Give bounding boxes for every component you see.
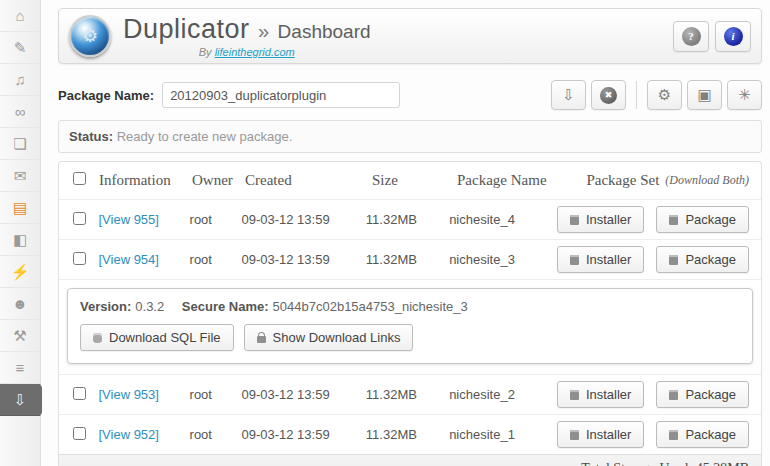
- installer-button[interactable]: Installer: [557, 381, 645, 408]
- view-link[interactable]: [View 955]: [98, 212, 158, 227]
- lock-icon: [257, 336, 266, 343]
- sidebar-item-dashboard[interactable]: ⌂: [0, 0, 40, 32]
- col-owner: Owner: [192, 172, 245, 189]
- package-name-cell: nichesite_1: [449, 427, 557, 442]
- table-row: [View 952] root 09-03-12 13:59 11.32MB n…: [59, 414, 761, 454]
- cancel-icon: ✖: [600, 87, 617, 104]
- installer-label: Installer: [586, 212, 632, 227]
- owner-cell: root: [190, 387, 242, 402]
- table-header-row: Information Owner Created Size Package N…: [59, 162, 761, 199]
- package-name-input[interactable]: [162, 82, 400, 108]
- package-label: Package: [685, 252, 736, 267]
- version-value: 0.3.2: [135, 299, 164, 314]
- sidebar-item-plugins[interactable]: ⚡: [0, 256, 40, 288]
- sidebar-item-media[interactable]: ♫: [0, 64, 40, 96]
- sidebar-item-appearance[interactable]: ▤: [0, 192, 40, 224]
- installer-button[interactable]: Installer: [557, 421, 645, 448]
- row-checkbox[interactable]: [73, 212, 86, 225]
- status-bar: Status: Ready to create new package.: [58, 120, 762, 153]
- row-checkbox[interactable]: [73, 387, 86, 400]
- created-cell: 09-03-12 13:59: [241, 427, 365, 442]
- view-link[interactable]: [View 953]: [98, 387, 158, 402]
- sidebar-item-comments[interactable]: ✉: [0, 160, 40, 192]
- size-cell: 11.32MB: [366, 427, 449, 442]
- view-link[interactable]: [View 952]: [98, 427, 158, 442]
- package-name-cell: nichesite_3: [449, 252, 557, 267]
- cancel-button[interactable]: ✖: [591, 80, 626, 110]
- settings-button[interactable]: ⚙: [647, 80, 682, 110]
- col-package-name: Package Name: [457, 172, 567, 189]
- col-size: Size: [372, 172, 457, 189]
- status-text: Ready to create new package.: [117, 129, 293, 144]
- plugin-name: Duplicator: [123, 14, 250, 44]
- plugin-header: ⚙ Duplicator » Dashboard By lifeinthegri…: [58, 8, 762, 64]
- sidebar-item-tools[interactable]: ⚒: [0, 320, 40, 352]
- lifeinthegrid-link[interactable]: lifeinthegrid.com: [215, 46, 295, 58]
- package-button[interactable]: Package: [656, 246, 749, 273]
- screen-icon: ◧: [13, 232, 27, 247]
- sidebar-item-duplicator-active[interactable]: ⇩: [0, 384, 40, 416]
- package-button[interactable]: Package: [656, 381, 749, 408]
- installer-label: Installer: [586, 387, 632, 402]
- package-icon: [669, 215, 678, 225]
- package-label: Package: [685, 387, 736, 402]
- support-button[interactable]: ✳: [727, 80, 762, 110]
- show-download-links-button[interactable]: Show Download Links: [244, 324, 414, 351]
- installer-icon: [570, 390, 579, 400]
- about-button[interactable]: i: [715, 21, 751, 52]
- package-detail-panel: Version:0.3.2 Secure Name:5044b7c02b15a4…: [67, 288, 753, 364]
- package-name-cell: nichesite_2: [449, 387, 557, 402]
- created-cell: 09-03-12 13:59: [241, 212, 365, 227]
- help-button[interactable]: ?: [673, 21, 709, 52]
- toolbar-divider: [636, 81, 637, 109]
- view-link[interactable]: [View 954]: [98, 252, 158, 267]
- create-package-button[interactable]: ⇩: [551, 80, 586, 110]
- title-block: Duplicator » Dashboard By lifeinthegrid.…: [123, 14, 371, 58]
- package-button[interactable]: Package: [656, 206, 749, 233]
- installer-label: Installer: [586, 427, 632, 442]
- row-checkbox[interactable]: [73, 252, 86, 265]
- show-links-label: Show Download Links: [273, 330, 401, 345]
- installer-button[interactable]: Installer: [557, 246, 645, 273]
- sidebar-item-posts[interactable]: ✎: [0, 32, 40, 64]
- pin-icon: ✎: [14, 40, 27, 55]
- installer-button[interactable]: Installer: [557, 206, 645, 233]
- created-cell: 09-03-12 13:59: [241, 387, 365, 402]
- package-detail-row: Version:0.3.2 Secure Name:5044b7c02b15a4…: [59, 279, 761, 374]
- owner-cell: root: [190, 212, 242, 227]
- byline: By lifeinthegrid.com: [199, 46, 295, 58]
- sidebar-item-settings[interactable]: ≡: [0, 352, 40, 384]
- duplicator-package-icon: ⇩: [14, 392, 27, 407]
- page-title: Duplicator » Dashboard: [123, 14, 371, 45]
- package-button[interactable]: Package: [656, 421, 749, 448]
- packages-table: Information Owner Created Size Package N…: [58, 161, 762, 466]
- table-row: [View 955] root 09-03-12 13:59 11.32MB n…: [59, 199, 761, 239]
- diagnostics-button[interactable]: ▣: [687, 80, 722, 110]
- col-created: Created: [245, 172, 372, 189]
- package-name-label: Package Name:: [58, 88, 154, 103]
- comment-icon: ✉: [14, 168, 27, 183]
- sidebar-item-links[interactable]: ∞: [0, 96, 40, 128]
- download-sql-label: Download SQL File: [109, 330, 221, 345]
- users-icon: ☻: [12, 296, 28, 311]
- package-icon: [669, 255, 678, 265]
- sidebar-item-pages[interactable]: ❏: [0, 128, 40, 160]
- diagnostics-icon: ▣: [697, 86, 711, 104]
- download-sql-button[interactable]: Download SQL File: [80, 324, 234, 351]
- package-name-cell: nichesite_4: [449, 212, 557, 227]
- installer-icon: [570, 255, 579, 265]
- appearance-icon: ▤: [13, 200, 27, 215]
- total-storage-text: Total Storage Used: 45.29MB: [581, 461, 749, 466]
- size-cell: 11.32MB: [366, 387, 449, 402]
- sidebar-item-users[interactable]: ☻: [0, 288, 40, 320]
- package-icon: [669, 390, 678, 400]
- package-icon: [669, 430, 678, 440]
- select-all-checkbox[interactable]: [73, 172, 86, 185]
- gear-icon: ⚙: [658, 86, 671, 104]
- row-checkbox[interactable]: [73, 427, 86, 440]
- sidebar-item-widgets[interactable]: ◧: [0, 224, 40, 256]
- create-package-icon: ⇩: [562, 86, 575, 104]
- detail-buttons: Download SQL File Show Download Links: [80, 324, 740, 351]
- status-label: Status:: [69, 129, 113, 144]
- col-package-set: Package Set (Download Both): [567, 172, 761, 189]
